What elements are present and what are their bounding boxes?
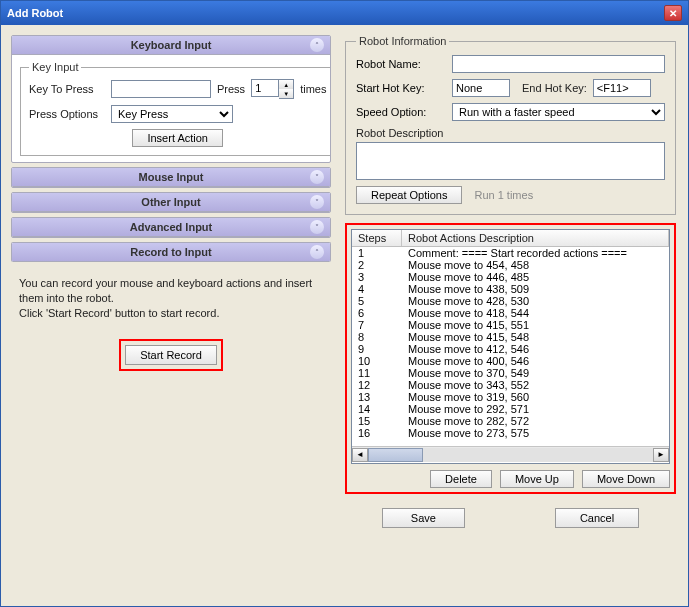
table-row[interactable]: 3Mouse move to 446, 485 [352,271,669,283]
close-icon[interactable]: ✕ [664,5,682,21]
cell-step: 6 [352,307,402,319]
cell-step: 11 [352,367,402,379]
robot-name-label: Robot Name: [356,58,446,70]
cell-step: 15 [352,415,402,427]
accordion-header-other[interactable]: Other Input ˅ [12,193,330,212]
scroll-track[interactable] [368,448,653,462]
right-panel: Robot Information Robot Name: Start Hot … [341,25,688,606]
accordion-header-mouse[interactable]: Mouse Input ˅ [12,168,330,187]
save-button[interactable]: Save [382,508,465,528]
cell-desc: Mouse move to 319, 560 [402,391,669,403]
accordion-title: Advanced Input [130,221,213,233]
cell-step: 12 [352,379,402,391]
robot-name-input[interactable] [452,55,665,73]
chevron-up-icon: ˄ [310,245,324,259]
table-row[interactable]: 15Mouse move to 282, 572 [352,415,669,427]
accordion-title: Keyboard Input [131,39,212,51]
start-record-highlight: Start Record [119,339,223,371]
cell-desc: Comment: ==== Start recorded actions ===… [402,247,669,259]
speed-option-label: Speed Option: [356,106,446,118]
cell-step: 14 [352,403,402,415]
end-hot-key-input[interactable] [593,79,651,97]
table-row[interactable]: 14Mouse move to 292, 571 [352,403,669,415]
spin-up-icon[interactable]: ▲ [279,80,293,89]
cell-desc: Mouse move to 415, 551 [402,319,669,331]
table-row[interactable]: 2Mouse move to 454, 458 [352,259,669,271]
key-input-legend: Key Input [29,61,81,73]
table-row[interactable]: 10Mouse move to 400, 546 [352,355,669,367]
start-record-button[interactable]: Start Record [125,345,217,365]
start-hot-key-label: Start Hot Key: [356,82,446,94]
start-hot-key-input[interactable] [452,79,510,97]
robot-desc-textarea[interactable] [356,142,665,180]
record-description: You can record your mouse and keyboard a… [11,266,331,331]
accordion-header-record[interactable]: Record to Input ˄ [12,243,330,262]
spin-down-icon[interactable]: ▼ [279,89,293,98]
cancel-button[interactable]: Cancel [555,508,639,528]
accordion-title: Record to Input [130,246,211,258]
press-options-label: Press Options [29,108,105,120]
cell-step: 16 [352,427,402,439]
table-row[interactable]: 13Mouse move to 319, 560 [352,391,669,403]
move-up-button[interactable]: Move Up [500,470,574,488]
titlebar[interactable]: Add Robot ✕ [1,1,688,25]
cell-step: 7 [352,319,402,331]
table-row[interactable]: 4Mouse move to 438, 509 [352,283,669,295]
key-to-press-input[interactable] [111,80,211,98]
accordion-title: Other Input [141,196,200,208]
speed-option-select[interactable]: Run with a faster speed [452,103,665,121]
repeat-options-button[interactable]: Repeat Options [356,186,462,204]
key-input-fieldset: Key Input Key To Press Press ▲ ▼ [20,61,331,156]
scroll-left-icon[interactable]: ◄ [352,448,368,462]
cell-step: 2 [352,259,402,271]
end-hot-key-label: End Hot Key: [522,82,587,94]
table-row[interactable]: 1Comment: ==== Start recorded actions ==… [352,247,669,259]
cell-desc: Mouse move to 400, 546 [402,355,669,367]
table-row[interactable]: 7Mouse move to 415, 551 [352,319,669,331]
table-row[interactable]: 9Mouse move to 412, 546 [352,343,669,355]
col-steps[interactable]: Steps [352,230,402,246]
col-desc[interactable]: Robot Actions Description [402,230,669,246]
times-label: times [300,83,326,95]
press-count-stepper[interactable]: ▲ ▼ [251,79,294,99]
add-robot-window: Add Robot ✕ Keyboard Input ˄ Key Input K… [0,0,689,607]
cell-step: 9 [352,343,402,355]
accordion-header-keyboard[interactable]: Keyboard Input ˄ [12,36,330,55]
table-row[interactable]: 8Mouse move to 415, 548 [352,331,669,343]
scroll-right-icon[interactable]: ► [653,448,669,462]
press-label: Press [217,83,245,95]
chevron-down-icon: ˅ [310,195,324,209]
scroll-thumb[interactable] [368,448,423,462]
delete-button[interactable]: Delete [430,470,492,488]
table-row[interactable]: 16Mouse move to 273, 575 [352,427,669,439]
accordion-header-advanced[interactable]: Advanced Input ˅ [12,218,330,237]
table-row[interactable]: 6Mouse move to 418, 544 [352,307,669,319]
cell-desc: Mouse move to 343, 552 [402,379,669,391]
cell-desc: Mouse move to 454, 458 [402,259,669,271]
insert-action-button[interactable]: Insert Action [132,129,223,147]
record-desc-line1: You can record your mouse and keyboard a… [19,276,323,306]
cell-desc: Mouse move to 446, 485 [402,271,669,283]
cell-step: 3 [352,271,402,283]
table-row[interactable]: 5Mouse move to 428, 530 [352,295,669,307]
record-desc-line2: Click 'Start Record' button to start rec… [19,306,323,321]
accordion-keyboard: Keyboard Input ˄ Key Input Key To Press … [11,35,331,163]
cell-desc: Mouse move to 370, 549 [402,367,669,379]
press-options-select[interactable]: Key Press [111,105,233,123]
chevron-down-icon: ˅ [310,170,324,184]
cell-desc: Mouse move to 438, 509 [402,283,669,295]
horizontal-scrollbar[interactable]: ◄ ► [352,446,669,462]
chevron-up-icon: ˄ [310,38,324,52]
cell-step: 5 [352,295,402,307]
table-row[interactable]: 11Mouse move to 370, 549 [352,367,669,379]
move-down-button[interactable]: Move Down [582,470,670,488]
table-body[interactable]: 1Comment: ==== Start recorded actions ==… [352,247,669,446]
cell-desc: Mouse move to 292, 571 [402,403,669,415]
cell-desc: Mouse move to 428, 530 [402,295,669,307]
action-list-table[interactable]: Steps Robot Actions Description 1Comment… [351,229,670,464]
press-count-input[interactable] [251,79,279,97]
robot-desc-label: Robot Description [356,127,443,139]
table-row[interactable]: 12Mouse move to 343, 552 [352,379,669,391]
cell-step: 10 [352,355,402,367]
chevron-down-icon: ˅ [310,220,324,234]
